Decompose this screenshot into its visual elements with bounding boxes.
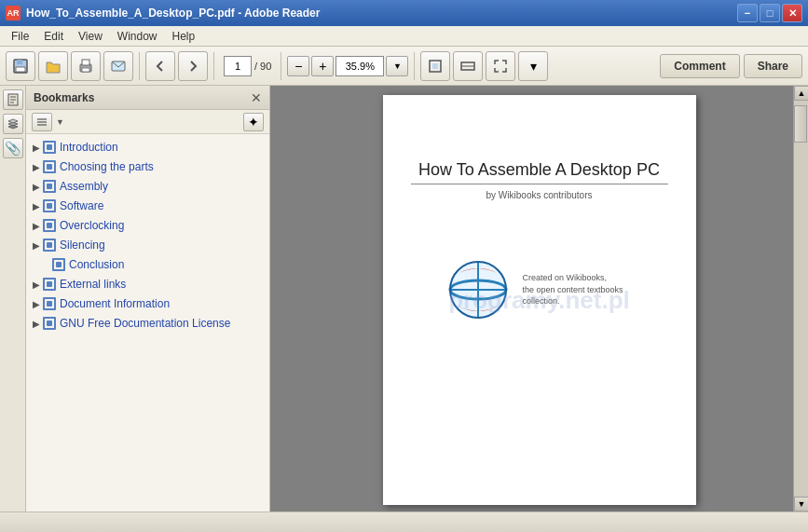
bookmark-docinfo[interactable]: ▶ Document Information [26,294,269,314]
menu-file[interactable]: File [4,28,36,45]
title-bar: AR How_To_Assemble_A_Desktop_PC.pdf - Ad… [0,0,808,26]
pdf-title: How To Assemble A Desktop PC [411,160,668,184]
menu-edit[interactable]: Edit [36,28,71,45]
page-number-input[interactable] [224,56,252,76]
bookmark-conclusion[interactable]: Conclusion [26,255,269,275]
zoom-in-button[interactable]: + [311,56,334,76]
zoom-dropdown-button[interactable]: ▼ [386,56,408,76]
zoom-out-button[interactable]: − [287,56,309,76]
bookmark-introduction[interactable]: ▶ Introduction [26,138,269,157]
window-title: How_To_Assemble_A_Desktop_PC.pdf - Adobe… [26,7,320,20]
status-bar [0,512,808,532]
sidebar-title: Bookmarks [34,91,94,104]
maximize-button[interactable]: □ [760,4,780,22]
bookmark-icon-overclocking [43,219,56,232]
sidebar-new-button[interactable]: ✦ [243,113,264,131]
scrollbar-track[interactable] [794,101,808,497]
full-screen-button[interactable] [486,51,515,81]
sidebar-close-button[interactable]: ✕ [251,90,262,105]
zoom-input[interactable] [336,56,384,76]
scroll-down-button[interactable]: ▼ [794,497,808,512]
minimize-button[interactable]: − [737,4,758,22]
layers-panel-icon[interactable] [3,114,23,134]
bookmark-icon-external [43,278,56,291]
bookmarks-list: ▶ Introduction ▶ Choosing the parts ▶ As… [26,134,269,512]
expand-introduction[interactable]: ▶ [30,141,43,156]
separator-2 [213,52,214,80]
pdf-footer-text: Created on Wikibooks, the open content t… [523,272,635,307]
action-buttons: Comment Share [660,54,802,78]
menu-window[interactable]: Window [110,28,165,45]
bookmark-label-docinfo: Document Information [60,296,170,312]
back-button[interactable] [145,51,175,81]
bookmark-icon-silencing [43,239,56,252]
page-total: / 90 [254,61,271,72]
expand-external[interactable]: ▶ [30,278,43,293]
expand-docinfo[interactable]: ▶ [30,297,43,312]
separator-4 [414,52,415,80]
open-button[interactable] [38,51,68,81]
sidebar-header: Bookmarks ✕ [26,86,269,110]
bookmarks-panel-icon[interactable] [3,89,23,110]
svg-rect-5 [82,68,89,72]
main-area: 📎 Bookmarks ✕ ▼ ✦ ▶ Introduc [0,86,808,512]
bookmark-gnulicense[interactable]: ▶ GNU Free Documentation License [26,314,269,334]
bookmark-icon-gnulicense [43,317,56,330]
svg-rect-1 [17,60,22,64]
svg-rect-8 [432,63,438,69]
bookmark-choosing[interactable]: ▶ Choosing the parts [26,157,269,177]
print-button[interactable] [71,51,101,81]
email-button[interactable] [103,51,133,81]
bookmark-label-silencing: Silencing [60,238,105,253]
bookmark-label-gnulicense: GNU Free Documentation License [60,316,230,332]
svg-rect-4 [82,60,89,65]
attachments-panel-icon[interactable]: 📎 [3,138,23,158]
expand-assembly[interactable]: ▶ [30,180,43,195]
bookmark-overclocking[interactable]: ▶ Overclocking [26,216,269,236]
close-button[interactable]: ✕ [782,4,802,22]
share-button[interactable]: Share [744,54,802,78]
forward-button[interactable] [178,51,208,81]
wikibooks-logo [445,256,512,323]
fit-page-button[interactable] [420,51,450,81]
menu-help[interactable]: Help [165,28,203,45]
scroll-up-button[interactable]: ▲ [794,86,808,101]
bookmark-external[interactable]: ▶ External links [26,275,269,294]
bookmark-label-external: External links [60,277,126,293]
bookmark-icon-assembly [43,180,56,193]
scrollbar-right[interactable]: ▲ ▼ [793,86,808,512]
save-button[interactable] [6,51,35,81]
scrollbar-thumb[interactable] [794,105,807,143]
separator-3 [281,52,281,80]
comment-button[interactable]: Comment [660,54,739,78]
expand-software[interactable]: ▶ [30,199,43,214]
bookmark-assembly[interactable]: ▶ Assembly [26,177,269,197]
page-nav: / 90 [224,56,271,76]
bookmark-icon-introduction [43,141,56,154]
bookmark-icon-conclusion [52,258,65,271]
bookmark-silencing[interactable]: ▶ Silencing [26,236,269,255]
bookmark-icon-choosing [43,160,56,173]
zoom-controls: − + ▼ [287,56,408,76]
sidebar-options-button[interactable] [32,113,52,131]
menu-view[interactable]: View [71,28,110,45]
expand-conclusion [39,258,52,273]
bookmark-software[interactable]: ▶ Software [26,197,269,216]
app-icon: AR [6,6,21,20]
window-controls[interactable]: − □ ✕ [737,4,802,22]
title-bar-left: AR How_To_Assemble_A_Desktop_PC.pdf - Ad… [6,6,320,20]
expand-overclocking[interactable]: ▶ [30,219,43,234]
expand-choosing[interactable]: ▶ [30,160,43,175]
menu-bar: File Edit View Window Help [0,26,808,47]
tools-button[interactable]: ▾ [518,51,548,81]
toolbar: / 90 − + ▼ ▾ Comment Share [0,47,808,86]
bookmark-label-choosing: Choosing the parts [60,159,154,175]
pdf-viewer[interactable]: programy.net.pl How To Assemble A Deskto… [270,86,808,512]
fit-width-button[interactable] [453,51,483,81]
expand-silencing[interactable]: ▶ [30,239,43,253]
bookmark-icon-software [43,199,56,212]
pdf-author: by Wikibooks contributors [486,190,593,200]
bookmark-label-software: Software [60,198,103,214]
bookmark-label-overclocking: Overclocking [60,218,124,234]
expand-gnulicense[interactable]: ▶ [30,317,43,332]
